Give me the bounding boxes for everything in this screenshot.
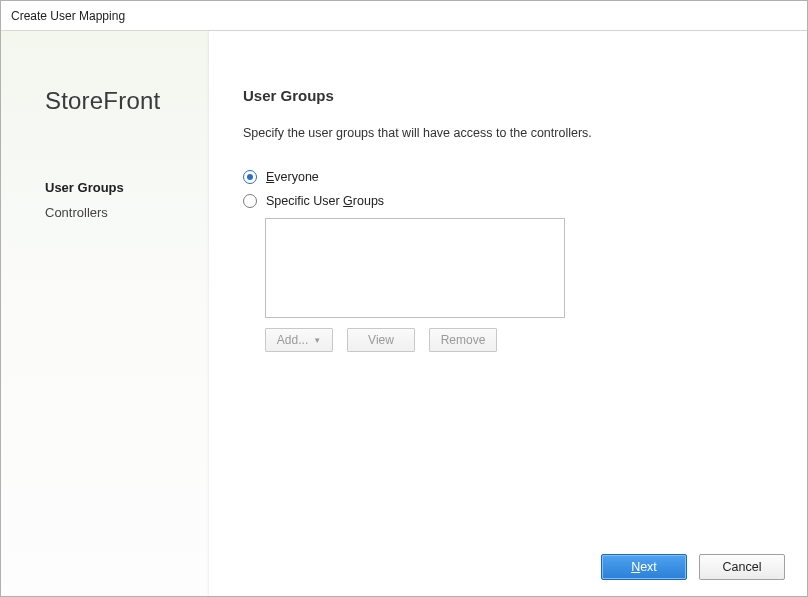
content-panel: User Groups Specify the user groups that… [209, 31, 807, 596]
dialog-body: StoreFront User Groups Controllers User … [1, 31, 807, 596]
sidebar: StoreFront User Groups Controllers [1, 31, 209, 596]
brand-title: StoreFront [45, 87, 209, 115]
remove-button[interactable]: Remove [429, 328, 497, 352]
radio-specific-groups[interactable]: Specific User Groups [243, 194, 767, 208]
step-label: Controllers [45, 205, 108, 220]
dropdown-caret-icon: ▼ [313, 336, 321, 345]
step-controllers[interactable]: Controllers [45, 202, 209, 223]
page-heading: User Groups [243, 87, 767, 104]
step-label: User Groups [45, 180, 124, 195]
list-button-row: Add... ▼ View Remove [265, 328, 767, 352]
next-button-label: Next [631, 560, 657, 574]
window-title: Create User Mapping [11, 9, 125, 23]
wizard-steps: User Groups Controllers [45, 177, 209, 223]
page-description: Specify the user groups that will have a… [243, 126, 767, 140]
dialog-footer: Next Cancel [209, 538, 807, 596]
add-button-label: Add... [277, 333, 308, 347]
radio-icon [243, 194, 257, 208]
radio-everyone[interactable]: Everyone [243, 170, 767, 184]
view-button[interactable]: View [347, 328, 415, 352]
step-user-groups[interactable]: User Groups [45, 177, 209, 198]
cancel-button-label: Cancel [723, 560, 762, 574]
next-button[interactable]: Next [601, 554, 687, 580]
titlebar: Create User Mapping [1, 1, 807, 31]
remove-button-label: Remove [441, 333, 486, 347]
radio-specific-label: Specific User Groups [266, 194, 384, 208]
radio-icon [243, 170, 257, 184]
dialog-window: Create User Mapping StoreFront User Grou… [0, 0, 808, 597]
groups-listbox[interactable] [265, 218, 565, 318]
view-button-label: View [368, 333, 394, 347]
radio-everyone-label: Everyone [266, 170, 319, 184]
content-inner: User Groups Specify the user groups that… [209, 31, 807, 538]
add-button[interactable]: Add... ▼ [265, 328, 333, 352]
cancel-button[interactable]: Cancel [699, 554, 785, 580]
